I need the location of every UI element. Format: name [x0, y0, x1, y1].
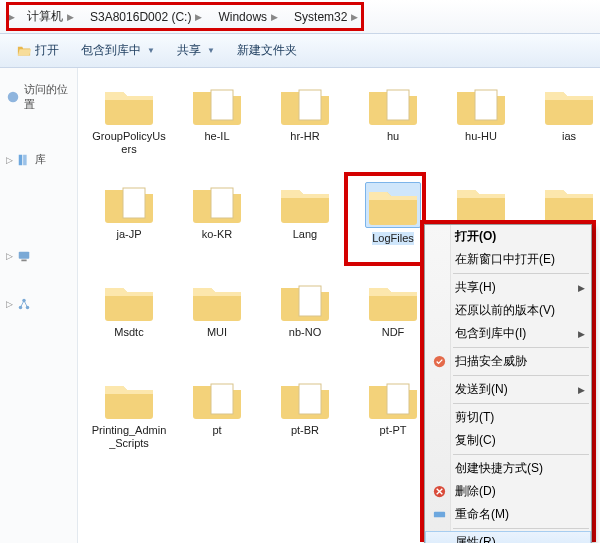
ctx-open[interactable]: 打开(O) [425, 225, 591, 248]
folder-icon [103, 378, 155, 420]
breadcrumb-drive[interactable]: S3A8016D002 (C:)▶ [82, 5, 210, 29]
dropdown-arrow-icon: ▼ [147, 46, 155, 55]
new-folder-button[interactable]: 新建文件夹 [228, 39, 306, 62]
folder-pt[interactable]: pt [176, 376, 258, 472]
sidebar-item-recent[interactable]: 访问的位置 [0, 76, 77, 118]
svg-rect-1 [19, 154, 23, 165]
folder-label: hu-HU [465, 130, 497, 143]
folder-icon [279, 182, 331, 224]
folder-icon [279, 280, 331, 322]
folder-label: Msdtc [114, 326, 143, 339]
folder-ko-kr[interactable]: ko-KR [176, 180, 258, 276]
folder-grouppolicyusers[interactable]: GroupPolicyUsers [88, 82, 170, 178]
ctx-scan-threats[interactable]: 扫描安全威胁 [425, 350, 591, 373]
ctx-separator [453, 273, 589, 274]
ctx-separator [453, 528, 589, 529]
folder-icon [191, 378, 243, 420]
context-menu: 打开(O) 在新窗口中打开(E) 共享(H)▶ 还原以前的版本(V) 包含到库中… [424, 224, 592, 543]
include-label: 包含到库中 [81, 42, 141, 59]
ctx-copy-label: 复制(C) [455, 432, 496, 449]
ctx-restore-versions[interactable]: 还原以前的版本(V) [425, 299, 591, 322]
folder-icon [191, 84, 243, 126]
svg-rect-8 [211, 90, 233, 120]
recent-icon [6, 90, 20, 104]
ctx-properties[interactable]: 属性(R) [425, 531, 591, 543]
breadcrumb-computer[interactable]: 计算机▶ [19, 5, 82, 29]
folder-label: NDF [382, 326, 405, 339]
folder-label: hr-HR [290, 130, 319, 143]
ctx-sendto-label: 发送到(N) [455, 381, 508, 398]
folder-label: pt-PT [380, 424, 407, 437]
ctx-delete[interactable]: 删除(D) [425, 480, 591, 503]
folder-ias[interactable]: ias [528, 82, 600, 178]
folder-icon [367, 184, 419, 226]
breadcrumb-bar: ▶ 计算机▶ S3A8016D002 (C:)▶ Windows▶ System… [0, 0, 600, 34]
svg-rect-16 [299, 384, 321, 414]
folder-label: pt-BR [291, 424, 319, 437]
chevron-right-icon: ▶ [191, 12, 206, 22]
folder-logfiles[interactable]: LogFiles [352, 180, 434, 276]
folder-lang[interactable]: Lang [264, 180, 346, 276]
sidebar-item-libraries[interactable]: ▷ 库 [0, 146, 77, 173]
ctx-copy[interactable]: 复制(C) [425, 429, 591, 452]
chevron-right-icon: ▶ [63, 12, 78, 22]
sidebar-item-network[interactable]: ▷ [0, 291, 77, 317]
chevron-right-icon[interactable]: ▶ [4, 12, 19, 22]
svg-rect-12 [123, 188, 145, 218]
submenu-arrow-icon: ▶ [578, 283, 585, 293]
svg-rect-3 [19, 252, 30, 259]
sidebar-item-computer[interactable]: ▷ [0, 243, 77, 269]
folder-icon [543, 84, 595, 126]
share-button[interactable]: 共享▼ [168, 39, 224, 62]
open-label: 打开 [35, 42, 59, 59]
folder-icon [455, 84, 507, 126]
open-button[interactable]: 打开 [8, 39, 68, 62]
folder-icon [279, 378, 331, 420]
delete-icon [432, 484, 447, 499]
folder-label: nb-NO [289, 326, 321, 339]
folder-label: GroupPolicyUsers [90, 130, 168, 155]
ctx-open-new-window[interactable]: 在新窗口中打开(E) [425, 248, 591, 271]
svg-rect-13 [211, 188, 233, 218]
ctx-send-to[interactable]: 发送到(N)▶ [425, 378, 591, 401]
folder-hu-hu[interactable]: hu-HU [440, 82, 522, 178]
folder-pt-pt[interactable]: pt-PT [352, 376, 434, 472]
folder-hu[interactable]: hu [352, 82, 434, 178]
folder-he-il[interactable]: he-IL [176, 82, 258, 178]
folder-printing-admin-scripts[interactable]: Printing_Admin_Scripts [88, 376, 170, 472]
breadcrumb-system32[interactable]: System32▶ [286, 5, 366, 29]
ctx-include-library[interactable]: 包含到库中(I)▶ [425, 322, 591, 345]
sidebar-recent-label: 访问的位置 [24, 82, 71, 112]
new-folder-label: 新建文件夹 [237, 42, 297, 59]
svg-rect-11 [475, 90, 497, 120]
folder-icon [103, 84, 155, 126]
folder-ndf[interactable]: NDF [352, 278, 434, 374]
ctx-scan-label: 扫描安全威胁 [455, 353, 527, 370]
folder-nb-no[interactable]: nb-NO [264, 278, 346, 374]
ctx-cut[interactable]: 剪切(T) [425, 406, 591, 429]
svg-rect-17 [387, 384, 409, 414]
ctx-include-label: 包含到库中(I) [455, 325, 526, 342]
ctx-properties-label: 属性(R) [455, 534, 496, 543]
folder-label: ko-KR [202, 228, 233, 241]
folder-hr-hr[interactable]: hr-HR [264, 82, 346, 178]
folder-icon [367, 84, 419, 126]
breadcrumb-windows[interactable]: Windows▶ [210, 5, 286, 29]
ctx-open-new-label: 在新窗口中打开(E) [455, 251, 555, 268]
folder-ja-jp[interactable]: ja-JP [88, 180, 170, 276]
folder-icon [367, 378, 419, 420]
expand-triangle-icon: ▷ [6, 299, 13, 309]
folder-msdtc[interactable]: Msdtc [88, 278, 170, 374]
chevron-right-icon: ▶ [347, 12, 362, 22]
include-library-button[interactable]: 包含到库中▼ [72, 39, 164, 62]
ctx-create-shortcut[interactable]: 创建快捷方式(S) [425, 457, 591, 480]
submenu-arrow-icon: ▶ [578, 329, 585, 339]
folder-mui[interactable]: MUI [176, 278, 258, 374]
dropdown-arrow-icon: ▼ [207, 46, 215, 55]
ctx-restore-label: 还原以前的版本(V) [455, 302, 555, 319]
folder-label: ja-JP [116, 228, 141, 241]
folder-pt-br[interactable]: pt-BR [264, 376, 346, 472]
ctx-share[interactable]: 共享(H)▶ [425, 276, 591, 299]
computer-icon [17, 249, 31, 263]
ctx-rename[interactable]: 重命名(M) [425, 503, 591, 526]
